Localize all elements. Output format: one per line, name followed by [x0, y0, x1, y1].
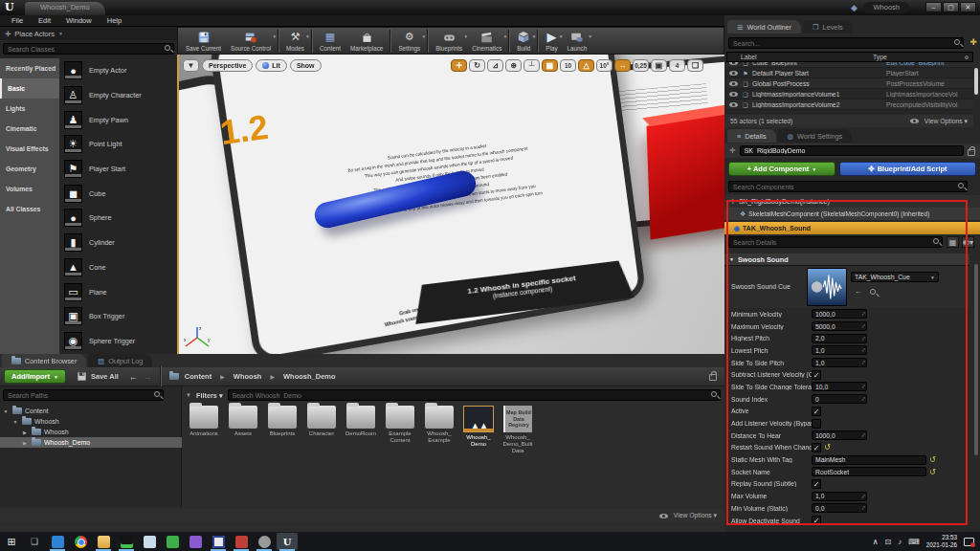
- close-button[interactable]: ✕: [960, 2, 976, 12]
- taskbar-clock[interactable]: 23:53 2021-01-26: [926, 534, 957, 549]
- breadcrumb-whoosh[interactable]: Whoosh: [234, 372, 262, 381]
- content-button[interactable]: ▦ Content: [315, 28, 345, 54]
- item-empty-actor[interactable]: ●Empty Actor: [59, 58, 177, 83]
- scale-snap-value[interactable]: 0,25: [633, 59, 649, 72]
- folder-demoroom[interactable]: DemoRoom: [343, 406, 379, 454]
- asset-search-input[interactable]: [228, 389, 721, 401]
- place-actors-header[interactable]: ✛ Place Actors ▼: [0, 27, 177, 40]
- property-matrix-icon[interactable]: ▦: [947, 236, 959, 248]
- taskbar-green-app[interactable]: [161, 532, 184, 551]
- outliner-scrollbar[interactable]: [974, 68, 978, 95]
- visibility-eye-icon[interactable]: [729, 81, 738, 86]
- chevron-down-icon[interactable]: ▼: [272, 33, 277, 39]
- forward-arrow-icon[interactable]: →: [144, 372, 152, 382]
- number-field[interactable]: 1000,0↕: [812, 430, 867, 440]
- grid-snap-button[interactable]: ▦: [542, 59, 558, 72]
- drag-handle-icon[interactable]: ↕: [860, 310, 867, 317]
- item-cube[interactable]: ◼Cube: [59, 181, 177, 206]
- category-volumes[interactable]: Volumes: [0, 179, 59, 199]
- breadcrumb-content[interactable]: Content: [185, 372, 212, 381]
- display-icon[interactable]: ⊡: [885, 538, 892, 546]
- component-mesh-row[interactable]: ❖SkeletalMeshComponent (SkeletalMeshComp…: [724, 208, 980, 220]
- hidden-icons-caret[interactable]: ∧: [873, 538, 879, 546]
- tree-whoosh[interactable]: ▼Whoosh: [0, 416, 182, 427]
- viewport-3d[interactable]: 1.3 1.2 Sound can be calculated by the v…: [177, 55, 724, 354]
- tab-output-log[interactable]: ▤Output Log: [88, 354, 152, 367]
- tree-whoosh-sub[interactable]: ▶Whoosh: [0, 427, 182, 437]
- rotate-tool-button[interactable]: ↻: [469, 59, 485, 72]
- create-actor-icon[interactable]: ✚: [969, 37, 977, 47]
- category-recently-placed[interactable]: Recently Placed: [0, 58, 59, 78]
- checkbox[interactable]: ✓: [812, 370, 821, 380]
- build-button[interactable]: Build▼: [512, 28, 535, 54]
- tutorials-icon[interactable]: ◆: [851, 3, 858, 12]
- item-sphere[interactable]: ●Sphere: [59, 206, 177, 231]
- outliner-search-input[interactable]: [728, 37, 964, 49]
- menu-window[interactable]: Window: [58, 16, 100, 25]
- camera-speed-value[interactable]: 4: [669, 59, 685, 72]
- item-cylinder[interactable]: ▮Cylinder: [59, 231, 177, 255]
- menu-edit[interactable]: Edit: [31, 16, 58, 25]
- tab-world-settings[interactable]: ◍World Settings: [778, 129, 853, 143]
- world-local-toggle[interactable]: ⊕: [505, 59, 522, 72]
- drag-handle-icon[interactable]: ↕: [860, 383, 867, 389]
- menu-file[interactable]: File: [4, 16, 31, 25]
- browse-icon[interactable]: [870, 289, 876, 295]
- add-component-button[interactable]: + Add Component▼: [728, 162, 835, 176]
- viewport-options-button[interactable]: ▼: [183, 59, 199, 72]
- folder-blueprints[interactable]: Blueprints: [264, 406, 301, 454]
- launch-button[interactable]: Launch▼: [563, 28, 592, 54]
- start-button[interactable]: ⊞: [0, 532, 23, 551]
- number-field[interactable]: 1000,0↕: [812, 309, 867, 319]
- marketplace-button[interactable]: Marketplace: [345, 28, 388, 54]
- checkbox[interactable]: ✓: [812, 516, 821, 525]
- checkbox[interactable]: ✓: [812, 419, 821, 429]
- sound-cue-dropdown[interactable]: TAK_Whoosh_Cue▼: [851, 272, 939, 282]
- restore-button[interactable]: ▢: [943, 2, 959, 12]
- category-cinematic[interactable]: Cinematic: [0, 119, 59, 139]
- outliner-row[interactable]: ❑ Global PostProcess PostProcessVolume: [726, 78, 973, 89]
- drag-handle-icon[interactable]: ↕: [860, 395, 867, 402]
- chevron-down-icon[interactable]: ▼: [421, 33, 426, 39]
- column-type[interactable]: Type: [873, 54, 887, 60]
- taskbar-purple-app[interactable]: [184, 532, 207, 551]
- drag-handle-icon[interactable]: ↕: [860, 504, 867, 511]
- taskbar-file-explorer[interactable]: [92, 532, 115, 551]
- checkbox[interactable]: ✓: [812, 407, 821, 416]
- tree-content[interactable]: ▼Content: [0, 406, 182, 416]
- number-field[interactable]: 1,0↕: [812, 492, 867, 501]
- actor-name-input[interactable]: [740, 145, 964, 156]
- move-tool-button[interactable]: ✛: [451, 59, 467, 72]
- cb-view-options[interactable]: View Options ▾: [657, 512, 717, 519]
- blueprints-button[interactable]: Blueprints▼: [431, 28, 467, 54]
- chevron-down-icon[interactable]: ▼: [531, 33, 536, 39]
- modes-button[interactable]: ⚒ Modes▼: [281, 28, 309, 54]
- taskbar-red-app[interactable]: [230, 532, 253, 551]
- folder-animations[interactable]: Animations: [186, 406, 222, 454]
- number-field[interactable]: 5000,0↕: [812, 321, 867, 331]
- expand-arrow-icon[interactable]: ▼: [11, 419, 19, 425]
- number-field[interactable]: 0,0↕: [812, 503, 867, 513]
- tab-details[interactable]: ≡Details: [727, 129, 776, 143]
- display-filter-eye-icon[interactable]: ▾: [962, 236, 974, 248]
- item-cone[interactable]: ▲Cone: [59, 255, 177, 280]
- sound-cue-thumbnail[interactable]: [807, 268, 847, 306]
- filter-funnel-icon[interactable]: ▼: [186, 392, 191, 398]
- folder-character[interactable]: Character: [303, 406, 340, 454]
- cinematics-button[interactable]: Cinematics▼: [467, 28, 506, 54]
- category-geometry[interactable]: Geometry: [0, 159, 59, 179]
- component-whoosh-sound-row[interactable]: ◉TAK_Whoosh_Sound: [724, 222, 980, 234]
- taskbar-mail-app[interactable]: [46, 532, 69, 551]
- tab-world-outliner[interactable]: ☰World Outliner: [727, 20, 801, 33]
- lock-icon[interactable]: [709, 374, 717, 381]
- add-import-button[interactable]: Add/Import▼: [4, 369, 66, 384]
- reset-to-default-icon[interactable]: ↺: [929, 468, 936, 476]
- drag-handle-icon[interactable]: ↕: [860, 431, 867, 438]
- number-field[interactable]: 1,0↕: [812, 345, 867, 355]
- category-visual-effects[interactable]: Visual Effects: [0, 139, 59, 159]
- number-field[interactable]: 2,0↕: [812, 334, 867, 343]
- collapse-arrow-icon[interactable]: ▶: [21, 440, 29, 446]
- drag-handle-icon[interactable]: ↕: [860, 335, 867, 342]
- play-button[interactable]: ▶ Play▼: [541, 28, 562, 54]
- taskbar-notes-app[interactable]: [138, 532, 161, 551]
